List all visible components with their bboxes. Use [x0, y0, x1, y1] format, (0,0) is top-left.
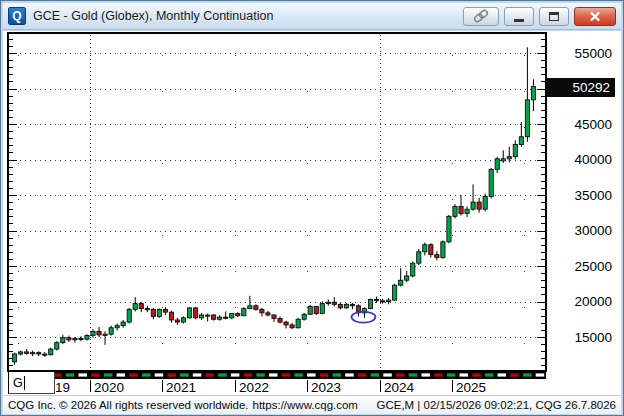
candle-body-2024-04 [399, 280, 403, 285]
candle-body-2020-05 [115, 326, 119, 328]
cqg-logo-icon[interactable]: Q [8, 7, 26, 25]
candle-body-2020-08 [133, 304, 137, 310]
status-bar: CQG Inc. © 2026 All rights reserved worl… [3, 395, 621, 414]
candle-body-2021-04 [181, 318, 185, 322]
candle-body-2021-12 [230, 314, 234, 318]
candle-body-2024-05 [405, 276, 409, 280]
timeline-segment [371, 373, 380, 376]
candle-body-2022-06 [266, 313, 270, 315]
y-axis-price-label: 30000 [574, 223, 612, 238]
timeline-segment [536, 373, 545, 376]
timeline-segment [282, 373, 291, 376]
candle-body-2022-10 [290, 325, 294, 328]
chain-link-icon [473, 9, 489, 23]
candle-body-2020-04 [109, 328, 113, 334]
candle-body-2022-03 [248, 306, 252, 309]
timeline-segment [523, 373, 532, 376]
minimize-icon [514, 19, 524, 22]
timeline-segment [66, 373, 75, 376]
chart-client-area: 2019202020212022202320242025550004500040… [3, 31, 621, 395]
candle-body-2020-06 [121, 322, 125, 326]
link-chart-button[interactable] [463, 7, 499, 26]
candle-body-2025-05 [477, 202, 481, 209]
candle-body-2025-07 [489, 169, 493, 196]
x-axis-year-label: 2024 [384, 380, 415, 395]
candle-body-2021-05 [187, 308, 191, 318]
candle-body-2019-10 [73, 338, 77, 339]
symbol-input[interactable]: G [8, 371, 55, 394]
candle-body-2022-02 [242, 309, 246, 316]
timeline-segment [421, 373, 430, 376]
candle-body-2026-01 [525, 100, 529, 137]
timeline-segment [447, 373, 456, 376]
candle-body-2022-07 [272, 315, 276, 319]
close-button[interactable] [574, 7, 616, 26]
candlestick-chart[interactable]: 2019202020212022202320242025550004500040… [3, 31, 621, 395]
candle-body-2024-02 [387, 300, 391, 301]
y-axis-price-label: 15000 [574, 330, 612, 345]
close-icon [589, 11, 601, 22]
last-price-tag: 50292 [547, 78, 615, 97]
timeline-segment [485, 373, 494, 376]
x-axis-year-label: 2022 [239, 380, 269, 395]
candle-body-2024-09 [429, 245, 433, 255]
candle-body-2025-08 [495, 159, 499, 170]
candle-body-2019-12 [85, 336, 89, 340]
x-axis-year-label: 2023 [311, 380, 341, 395]
window-title: GCE - Gold (Globex), Monthly Continuatio… [33, 9, 273, 23]
candle-body-2022-04 [254, 306, 258, 310]
candle-body-2019-04 [37, 353, 41, 354]
y-axis-price-label: 25000 [574, 259, 612, 274]
candle-body-2019-07 [55, 343, 59, 349]
candle-body-2020-10 [145, 309, 149, 310]
candle-body-2024-06 [411, 263, 415, 276]
candle-body-2025-10 [507, 157, 511, 159]
timeline-segment [269, 373, 278, 376]
candle-body-2020-07 [127, 309, 131, 322]
candle-body-2022-11 [296, 319, 300, 328]
timeline-segment [320, 373, 329, 376]
timeline-segment [231, 373, 240, 376]
candle-body-2023-07 [344, 304, 348, 308]
candle-body-2018-12 [12, 354, 16, 362]
restore-button[interactable] [539, 7, 569, 26]
x-axis-year-label: 2021 [166, 380, 196, 395]
candle-body-2023-11 [368, 299, 372, 308]
ellipse-annotation[interactable] [351, 312, 375, 323]
timeline-segment [117, 373, 126, 376]
timeline-segment [244, 373, 253, 376]
candle-body-2019-01 [19, 352, 23, 354]
y-axis-price-label: 20000 [574, 294, 612, 309]
candle-body-2021-10 [218, 317, 222, 319]
candle-body-2025-06 [483, 196, 487, 209]
candle-body-2019-08 [61, 338, 65, 343]
timeline-segment [193, 373, 202, 376]
timeline-segment [510, 373, 519, 376]
candle-body-2023-01 [308, 306, 312, 314]
candle-body-2022-12 [302, 314, 306, 319]
candle-body-2025-04 [471, 202, 475, 209]
minimize-button[interactable] [504, 7, 534, 26]
cqg-url-link[interactable]: https://www.cqg.com [253, 399, 358, 411]
candle-body-2019-06 [49, 349, 53, 355]
titlebar[interactable]: Q GCE - Gold (Globex), Monthly Continuat… [3, 3, 621, 30]
timeline-segment [307, 373, 316, 376]
x-axis-year-label: 2025 [456, 380, 486, 395]
candle-body-2022-05 [260, 309, 264, 313]
timeline-segment [180, 373, 189, 376]
candle-body-2025-02 [459, 206, 463, 213]
timeline-segment [396, 373, 405, 376]
candle-body-2019-03 [31, 353, 35, 354]
candle-body-2024-07 [417, 252, 421, 263]
timeline-segment [167, 373, 176, 376]
timeline-segment [91, 373, 100, 376]
candle-body-2021-08 [206, 315, 210, 316]
candle-body-2023-06 [338, 304, 342, 308]
candle-body-2024-08 [423, 245, 427, 252]
symbol-input-value: G [13, 376, 23, 390]
copyright-text: CQG Inc. © 2026 All rights reserved worl… [8, 399, 249, 411]
timeline-segment [434, 373, 443, 376]
plot-border [8, 33, 546, 371]
restore-icon [549, 12, 559, 21]
candle-body-2023-08 [350, 304, 354, 305]
